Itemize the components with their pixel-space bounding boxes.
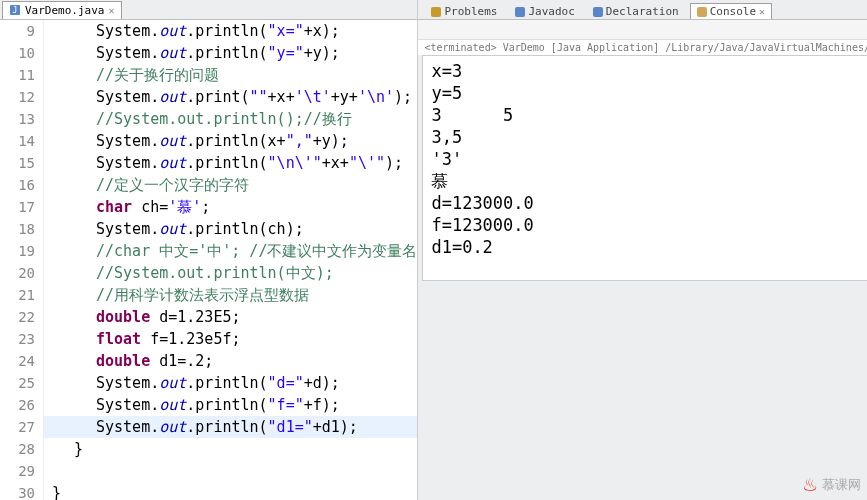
problems-icon bbox=[431, 7, 441, 17]
code-line[interactable]: System.out.println("\n\'"+x+"\'"); bbox=[44, 152, 417, 174]
code-line[interactable]: //关于换行的问题 bbox=[44, 64, 417, 86]
console-status: <terminated> VarDemo [Java Application] … bbox=[418, 40, 867, 55]
tab-label: Javadoc bbox=[528, 5, 574, 18]
javadoc-icon bbox=[515, 7, 525, 17]
console-icon bbox=[697, 7, 707, 17]
line-number: 27 bbox=[0, 416, 35, 438]
editor-tab-label: VarDemo.java bbox=[25, 4, 104, 17]
tab-problems[interactable]: Problems bbox=[424, 3, 504, 19]
line-number: 29 bbox=[0, 460, 35, 482]
code-line[interactable]: //System.out.println();//换行 bbox=[44, 108, 417, 130]
brand-label: 慕课网 bbox=[822, 476, 861, 494]
code-line[interactable]: System.out.print(""+x+'\t'+y+'\n'); bbox=[44, 86, 417, 108]
line-number: 21 bbox=[0, 284, 35, 306]
console-output[interactable]: x=3 y=5 3 5 3,5 '3' 慕 d=123000.0 f=12300… bbox=[422, 55, 867, 281]
line-number: 22 bbox=[0, 306, 35, 328]
line-number: 23 bbox=[0, 328, 35, 350]
line-number: 14 bbox=[0, 130, 35, 152]
code-line[interactable]: System.out.println("d1="+d1); bbox=[44, 416, 417, 438]
close-icon[interactable]: ✕ bbox=[759, 6, 765, 17]
brand-badge: ♨ 慕课网 bbox=[802, 474, 861, 496]
code-line[interactable]: System.out.println("d="+d); bbox=[44, 372, 417, 394]
view-tabbar: ProblemsJavadocDeclarationConsole ✕ bbox=[418, 0, 867, 20]
line-number: 13 bbox=[0, 108, 35, 130]
line-gutter: 9101112131415161718192021222324252627282… bbox=[0, 20, 44, 500]
code-line[interactable]: } bbox=[44, 438, 417, 460]
tab-javadoc[interactable]: Javadoc bbox=[508, 3, 581, 19]
line-number: 28 bbox=[0, 438, 35, 460]
code-line[interactable]: //System.out.println(中文); bbox=[44, 262, 417, 284]
code-line[interactable]: System.out.println("f="+f); bbox=[44, 394, 417, 416]
flame-icon: ♨ bbox=[802, 474, 818, 496]
line-number: 16 bbox=[0, 174, 35, 196]
line-number: 19 bbox=[0, 240, 35, 262]
line-number: 25 bbox=[0, 372, 35, 394]
right-pane: ProblemsJavadocDeclarationConsole ✕ <ter… bbox=[418, 0, 867, 500]
declaration-icon bbox=[593, 7, 603, 17]
code-line[interactable]: System.out.println(ch); bbox=[44, 218, 417, 240]
tab-label: Declaration bbox=[606, 5, 679, 18]
line-number: 18 bbox=[0, 218, 35, 240]
line-number: 12 bbox=[0, 86, 35, 108]
line-number: 30 bbox=[0, 482, 35, 500]
close-icon[interactable]: ✕ bbox=[108, 5, 114, 16]
line-number: 11 bbox=[0, 64, 35, 86]
code-line[interactable]: } bbox=[44, 482, 417, 500]
code-lines[interactable]: System.out.println("x="+x);System.out.pr… bbox=[44, 20, 417, 500]
code-line[interactable]: float f=1.23e5f; bbox=[44, 328, 417, 350]
line-number: 24 bbox=[0, 350, 35, 372]
code-line[interactable]: System.out.println(x+","+y); bbox=[44, 130, 417, 152]
tab-label: Problems bbox=[444, 5, 497, 18]
tab-console[interactable]: Console ✕ bbox=[690, 3, 772, 19]
code-line[interactable]: double d=1.23E5; bbox=[44, 306, 417, 328]
editor-tab-vardemo[interactable]: J VarDemo.java ✕ bbox=[2, 1, 122, 19]
editor-tabbar: J VarDemo.java ✕ bbox=[0, 0, 417, 20]
code-line[interactable]: //用科学计数法表示浮点型数据 bbox=[44, 284, 417, 306]
java-file-icon: J bbox=[9, 4, 21, 16]
console-toolbar bbox=[418, 20, 867, 40]
svg-text:J: J bbox=[13, 6, 18, 15]
line-number: 17 bbox=[0, 196, 35, 218]
line-number: 15 bbox=[0, 152, 35, 174]
code-line[interactable]: //char 中文='中'; //不建议中文作为变量名 bbox=[44, 240, 417, 262]
code-line[interactable] bbox=[44, 460, 417, 482]
line-number: 26 bbox=[0, 394, 35, 416]
code-line[interactable]: double d1=.2; bbox=[44, 350, 417, 372]
code-line[interactable]: //定义一个汉字的字符 bbox=[44, 174, 417, 196]
line-number: 10 bbox=[0, 42, 35, 64]
tab-label: Console bbox=[710, 5, 756, 18]
code-line[interactable]: char ch='慕'; bbox=[44, 196, 417, 218]
code-line[interactable]: System.out.println("x="+x); bbox=[44, 20, 417, 42]
line-number: 20 bbox=[0, 262, 35, 284]
line-number: 9 bbox=[0, 20, 35, 42]
code-area[interactable]: 9101112131415161718192021222324252627282… bbox=[0, 20, 417, 500]
tab-declaration[interactable]: Declaration bbox=[586, 3, 686, 19]
editor-pane: J VarDemo.java ✕ 91011121314151617181920… bbox=[0, 0, 418, 500]
code-line[interactable]: System.out.println("y="+y); bbox=[44, 42, 417, 64]
